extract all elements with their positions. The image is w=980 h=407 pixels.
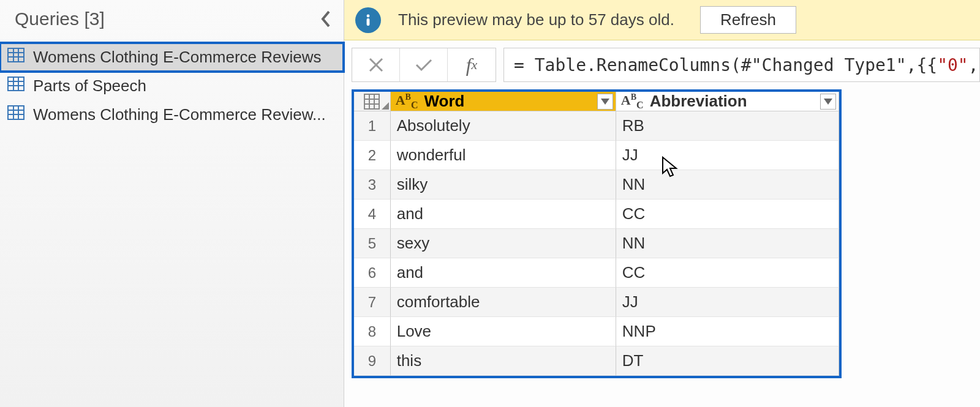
- cell-abbreviation[interactable]: CC: [616, 200, 839, 229]
- query-item[interactable]: Womens Clothing E-Commerce Review...: [0, 100, 344, 129]
- preview-table: ABCWordABCAbbreviation 1AbsolutelyRB2won…: [344, 89, 980, 407]
- queries-header: Queries [3]: [0, 0, 344, 43]
- select-all-table-button[interactable]: [354, 92, 391, 111]
- svg-rect-5: [8, 77, 24, 91]
- row-number: 2: [354, 141, 391, 170]
- table-icon: [7, 48, 24, 67]
- formula-controls: fx: [352, 48, 496, 82]
- table-row[interactable]: 2wonderfulJJ: [354, 141, 839, 170]
- formula-input[interactable]: = Table.RenameColumns(#"Changed Type1",{…: [503, 48, 980, 82]
- table-row[interactable]: 5sexyNN: [354, 229, 839, 258]
- cell-word[interactable]: Absolutely: [391, 111, 616, 141]
- cell-abbreviation[interactable]: JJ: [616, 141, 839, 170]
- collapse-sidebar-button[interactable]: [320, 9, 333, 29]
- cell-abbreviation[interactable]: NN: [616, 229, 839, 258]
- query-item[interactable]: Womens Clothing E-Commerce Reviews: [0, 43, 344, 72]
- query-item-label: Womens Clothing E-Commerce Review...: [33, 105, 336, 124]
- row-number: 1: [354, 111, 391, 141]
- query-item-label: Parts of Speech: [33, 77, 336, 95]
- row-number: 7: [354, 288, 391, 317]
- stale-preview-bar: This preview may be up to 57 days old. R…: [344, 0, 980, 40]
- formula-text-suffix: , ": [968, 55, 980, 75]
- formula-bar: fx = Table.RenameColumns(#"Changed Type1…: [344, 40, 980, 89]
- main-area: This preview may be up to 57 days old. R…: [344, 0, 980, 407]
- query-list: Womens Clothing E-Commerce ReviewsParts …: [0, 43, 344, 129]
- row-number: 5: [354, 229, 391, 258]
- cell-word[interactable]: and: [391, 200, 616, 229]
- column-header[interactable]: ABCAbbreviation: [616, 92, 839, 111]
- cell-abbreviation[interactable]: DT: [616, 346, 839, 376]
- fx-icon[interactable]: fx: [448, 48, 496, 81]
- table-body: 1AbsolutelyRB2wonderfulJJ3silkyNN4andCC5…: [354, 111, 839, 376]
- column-name: Abbreviation: [650, 92, 747, 111]
- svg-marker-24: [382, 102, 389, 110]
- table-row[interactable]: 8LoveNNP: [354, 317, 839, 346]
- row-number: 8: [354, 317, 391, 346]
- column-name: Word: [424, 92, 465, 111]
- text-type-icon: ABC: [396, 92, 418, 111]
- cell-abbreviation[interactable]: CC: [616, 258, 839, 288]
- query-item-label: Womens Clothing E-Commerce Reviews: [33, 48, 336, 67]
- cell-word[interactable]: comfortable: [391, 288, 616, 317]
- row-number: 6: [354, 258, 391, 288]
- cell-word[interactable]: and: [391, 258, 616, 288]
- table-row[interactable]: 7comfortableJJ: [354, 288, 839, 317]
- cell-word[interactable]: sexy: [391, 229, 616, 258]
- svg-marker-26: [824, 99, 832, 105]
- stale-preview-text: This preview may be up to 57 days old.: [398, 10, 674, 29]
- info-icon: [355, 7, 381, 33]
- refresh-button[interactable]: Refresh: [700, 6, 796, 34]
- table-row[interactable]: 1AbsolutelyRB: [354, 111, 839, 141]
- row-number: 4: [354, 200, 391, 229]
- table-row[interactable]: 3silkyNN: [354, 170, 839, 200]
- svg-rect-0: [8, 48, 24, 62]
- cell-abbreviation[interactable]: RB: [616, 111, 839, 141]
- table-row[interactable]: 6andCC: [354, 258, 839, 288]
- cell-word[interactable]: silky: [391, 170, 616, 200]
- cell-word[interactable]: Love: [391, 317, 616, 346]
- cell-abbreviation[interactable]: NNP: [616, 317, 839, 346]
- svg-rect-19: [364, 94, 379, 109]
- formula-text-prefix: = Table.RenameColumns(#"Changed Type1",{…: [514, 55, 937, 75]
- table-row[interactable]: 9thisDT: [354, 346, 839, 376]
- cell-abbreviation[interactable]: JJ: [616, 288, 839, 317]
- row-number: 9: [354, 346, 391, 376]
- table-header-row: ABCWordABCAbbreviation: [354, 92, 839, 111]
- commit-formula-button[interactable]: [400, 48, 448, 81]
- column-filter-button[interactable]: [597, 94, 613, 110]
- table-icon: [7, 105, 24, 124]
- cell-abbreviation[interactable]: NN: [616, 170, 839, 200]
- svg-rect-16: [367, 18, 370, 26]
- text-type-icon: ABC: [621, 92, 644, 111]
- column-header[interactable]: ABCWord: [391, 92, 616, 111]
- svg-point-15: [367, 14, 370, 17]
- row-number: 3: [354, 170, 391, 200]
- cancel-formula-button[interactable]: [352, 48, 400, 81]
- queries-panel: Queries [3] Womens Clothing E-Commerce R…: [0, 0, 344, 407]
- queries-title: Queries [3]: [15, 9, 105, 29]
- svg-marker-25: [601, 99, 609, 105]
- table-icon: [7, 77, 24, 95]
- cell-word[interactable]: wonderful: [391, 141, 616, 170]
- query-item[interactable]: Parts of Speech: [0, 72, 344, 100]
- svg-rect-10: [8, 106, 24, 119]
- formula-text-string: "0": [937, 55, 968, 75]
- table-row[interactable]: 4andCC: [354, 200, 839, 229]
- cell-word[interactable]: this: [391, 346, 616, 376]
- column-filter-button[interactable]: [820, 94, 836, 110]
